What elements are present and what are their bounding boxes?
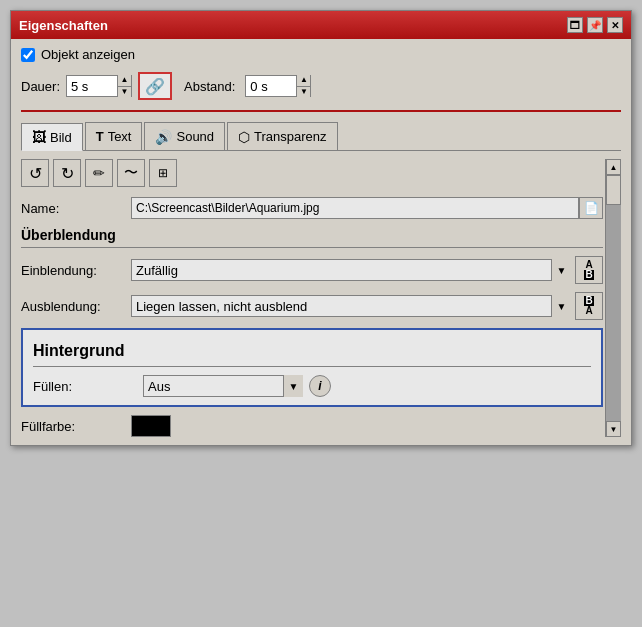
ausblendung-row: Ausblendung: Liegen lassen, nicht ausble… bbox=[21, 292, 603, 320]
transparenz-icon: ⬡ bbox=[238, 129, 250, 145]
scroll-up-button[interactable]: ▲ bbox=[606, 159, 621, 175]
abstand-arrows: ▲ ▼ bbox=[296, 75, 310, 97]
scroll-thumb[interactable] bbox=[606, 175, 621, 205]
abstand-label: Abstand: bbox=[184, 79, 235, 94]
fuellen-label: Füllen: bbox=[33, 379, 143, 394]
scroll-track bbox=[606, 175, 621, 421]
sound-icon: 🔊 bbox=[155, 129, 172, 145]
rotate-left-button[interactable]: ↺ bbox=[21, 159, 49, 187]
tab-sound-label: Sound bbox=[176, 129, 214, 144]
title-bar-controls: 🗖 📌 ✕ bbox=[567, 17, 623, 33]
ausblendung-ab-button[interactable]: B A bbox=[575, 292, 603, 320]
abstand-input[interactable] bbox=[246, 76, 296, 96]
tab-text-label: Text bbox=[108, 129, 132, 144]
einblendung-label: Einblendung: bbox=[21, 263, 131, 278]
ausblendung-label: Ausblendung: bbox=[21, 299, 131, 314]
name-label: Name: bbox=[21, 201, 131, 216]
hintergrund-divider bbox=[33, 366, 591, 367]
objekt-anzeigen-row: Objekt anzeigen bbox=[21, 47, 621, 62]
title-bar: Eigenschaften 🗖 📌 ✕ bbox=[11, 11, 631, 39]
ueberblendung-title: Überblendung bbox=[21, 227, 603, 243]
einblendung-row: Einblendung: Zufällig ▼ A B bbox=[21, 256, 603, 284]
tab-transparenz-label: Transparenz bbox=[254, 129, 327, 144]
window-title: Eigenschaften bbox=[19, 18, 108, 33]
fuellfarbe-color[interactable] bbox=[131, 415, 171, 437]
path-button[interactable]: 〜 bbox=[117, 159, 145, 187]
minimize-button[interactable]: 🗖 bbox=[567, 17, 583, 33]
tab-bild-label: Bild bbox=[50, 130, 72, 145]
content-area: ↺ ↻ ✏ 〜 ⊞ Name: C:\Screencast\Bilder\Aqu… bbox=[21, 159, 621, 437]
abstand-down[interactable]: ▼ bbox=[297, 87, 310, 98]
dauer-label: Dauer: bbox=[21, 79, 60, 94]
close-button[interactable]: ✕ bbox=[607, 17, 623, 33]
abstand-spinner: ▲ ▼ bbox=[245, 75, 311, 97]
ausblendung-select[interactable]: Liegen lassen, nicht ausblend bbox=[131, 295, 571, 317]
fuellfarbe-label: Füllfarbe: bbox=[21, 419, 131, 434]
fuellfarbe-row: Füllfarbe: bbox=[21, 415, 603, 437]
grid-button[interactable]: ⊞ bbox=[149, 159, 177, 187]
tab-text[interactable]: T Text bbox=[85, 122, 143, 150]
scroll-down-button[interactable]: ▼ bbox=[606, 421, 621, 437]
fuellen-select[interactable]: Aus bbox=[143, 375, 303, 397]
toolbar-row: ↺ ↻ ✏ 〜 ⊞ bbox=[21, 159, 603, 187]
ueberblendung-divider bbox=[21, 247, 603, 248]
tab-transparenz[interactable]: ⬡ Transparenz bbox=[227, 122, 338, 150]
einblendung-select[interactable]: Zufällig bbox=[131, 259, 571, 281]
scrollbar: ▲ ▼ bbox=[605, 159, 621, 437]
edit-button[interactable]: ✏ bbox=[85, 159, 113, 187]
ausblendung-select-wrap: Liegen lassen, nicht ausblend ▼ bbox=[131, 295, 571, 317]
einblendung-ab-button[interactable]: A B bbox=[575, 256, 603, 284]
dauer-input[interactable] bbox=[67, 76, 117, 96]
objekt-anzeigen-label: Objekt anzeigen bbox=[41, 47, 135, 62]
abstand-up[interactable]: ▲ bbox=[297, 75, 310, 87]
hintergrund-section: Hintergrund Füllen: Aus ▼ i bbox=[21, 328, 603, 407]
fuellen-select-wrap: Aus ▼ bbox=[143, 375, 303, 397]
dauer-spinner: ▲ ▼ bbox=[66, 75, 132, 97]
dauer-arrows: ▲ ▼ bbox=[117, 75, 131, 97]
dauer-row: Dauer: ▲ ▼ 🔗 Abstand: ▲ ▼ bbox=[21, 72, 621, 112]
objekt-anzeigen-checkbox[interactable] bbox=[21, 48, 35, 62]
text-tab-icon: T bbox=[96, 129, 104, 144]
scrollable-content: ↺ ↻ ✏ 〜 ⊞ Name: C:\Screencast\Bilder\Aqu… bbox=[21, 159, 621, 437]
hintergrund-title: Hintergrund bbox=[33, 342, 591, 360]
panel-body: Objekt anzeigen Dauer: ▲ ▼ 🔗 Abstand: ▲ … bbox=[11, 39, 631, 445]
dauer-down[interactable]: ▼ bbox=[118, 87, 131, 98]
properties-window: Eigenschaften 🗖 📌 ✕ Objekt anzeigen Daue… bbox=[10, 10, 632, 446]
info-button[interactable]: i bbox=[309, 375, 331, 397]
tab-bild[interactable]: 🖼 Bild bbox=[21, 123, 83, 151]
dauer-up[interactable]: ▲ bbox=[118, 75, 131, 87]
fuellen-row: Füllen: Aus ▼ i bbox=[33, 375, 591, 397]
einblendung-select-wrap: Zufällig ▼ bbox=[131, 259, 571, 281]
pin-button[interactable]: 📌 bbox=[587, 17, 603, 33]
rotate-right-button[interactable]: ↻ bbox=[53, 159, 81, 187]
bild-icon: 🖼 bbox=[32, 129, 46, 145]
tabs-row: 🖼 Bild T Text 🔊 Sound ⬡ Transparenz bbox=[21, 122, 621, 151]
name-value: C:\Screencast\Bilder\Aquarium.jpg bbox=[131, 197, 579, 219]
tab-sound[interactable]: 🔊 Sound bbox=[144, 122, 225, 150]
browse-button[interactable]: 📄 bbox=[579, 197, 603, 219]
link-button[interactable]: 🔗 bbox=[138, 72, 172, 100]
name-row: Name: C:\Screencast\Bilder\Aquarium.jpg … bbox=[21, 197, 603, 219]
